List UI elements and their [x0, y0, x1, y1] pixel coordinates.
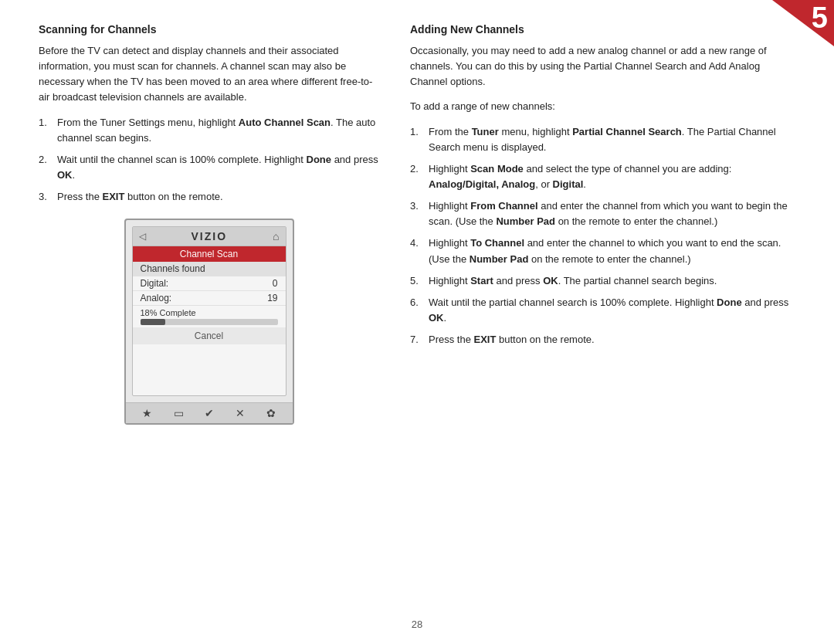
right-step-num-2: 2.: [410, 161, 424, 192]
r1-bold1: Tuner: [472, 126, 499, 137]
right-step-text-1: From the Tuner menu, highlight Partial C…: [429, 124, 795, 155]
tv-footer-rect-icon: ▭: [174, 407, 184, 419]
r6-bold1: Done: [717, 297, 742, 308]
tv-progress-row: 18% Complete: [133, 306, 286, 327]
right-section-title: Adding New Channels: [410, 23, 795, 36]
right-step-num-6: 6.: [410, 295, 424, 326]
tv-digital-label: Digital:: [141, 278, 255, 289]
right-step-text-4: Highlight To Channel and enter the chann…: [429, 236, 795, 266]
right-step-text-5: Highlight Start and press OK. The partia…: [429, 273, 795, 289]
right-step-num-5: 5.: [410, 273, 424, 289]
step-num-1: 1.: [39, 115, 53, 146]
r4-bold2: Number Pad: [470, 253, 529, 265]
tv-footer-gear-icon: ✿: [266, 407, 276, 419]
left-step-2: 2. Wait until the channel scan is 100% c…: [39, 152, 379, 183]
chapter-number: 5: [812, 3, 828, 32]
right-intro-text: Occasionally, you may need to add a new …: [410, 43, 795, 90]
tv-progress-bar-bg: [141, 319, 278, 325]
tv-footer: ★ ▭ ✔ ✕ ✿: [126, 402, 293, 423]
r1-bold2: Partial Channel Search: [572, 126, 682, 137]
step-1-bold: Auto Channel Scan: [239, 117, 331, 128]
right-intro-text2: To add a range of new channels:: [410, 99, 795, 114]
right-step-text-3: Highlight From Channel and enter the cha…: [429, 198, 795, 229]
tv-mockup: ◁ VIZIO ⌂ Channel Scan Channels found: [124, 219, 294, 425]
right-step-text-7: Press the EXIT button on the remote.: [429, 332, 795, 347]
right-step-num-3: 3.: [410, 198, 424, 229]
step-2-bold2: OK: [57, 169, 73, 181]
tv-brand-logo: VIZIO: [191, 230, 227, 242]
r5-bold2: OK: [543, 275, 558, 286]
right-step-3: 3. Highlight From Channel and enter the …: [410, 198, 795, 229]
r3-bold1: From Channel: [470, 200, 537, 212]
tv-menu-bar: Channel Scan: [133, 246, 286, 262]
tv-digital-value: 0: [255, 278, 278, 289]
step-text-2: Wait until the channel scan is 100% comp…: [57, 152, 379, 183]
r3-bold2: Number Pad: [496, 215, 555, 227]
left-section-title: Scanning for Channels: [39, 23, 379, 36]
tv-home-icon: ⌂: [273, 230, 279, 242]
step-3-bold: EXIT: [103, 191, 125, 202]
left-intro-text: Before the TV can detect and display cha…: [39, 43, 379, 106]
tv-screen-empty: [133, 344, 286, 391]
right-steps: 1. From the Tuner menu, highlight Partia…: [410, 124, 795, 348]
left-step-3: 3. Press the EXIT button on the remote.: [39, 189, 379, 205]
tv-progress-bar-fill: [141, 319, 165, 325]
tv-channels-found-row: Channels found: [133, 262, 286, 276]
r2-bold2: Analog/Digital, Analog: [429, 178, 535, 190]
step-num-2: 2.: [39, 152, 53, 183]
right-step-7: 7. Press the EXIT button on the remote.: [410, 332, 795, 347]
r7-bold1: EXIT: [474, 334, 497, 345]
right-step-text-2: Highlight Scan Mode and select the type …: [429, 161, 795, 192]
tv-screen: ◁ VIZIO ⌂ Channel Scan Channels found: [132, 226, 286, 396]
tv-footer-star-icon: ★: [142, 407, 152, 419]
tv-header: ◁ VIZIO ⌂: [133, 227, 286, 246]
tv-cancel-row: Cancel: [133, 327, 286, 344]
left-step-1: 1. From the Tuner Settings menu, highlig…: [39, 115, 379, 146]
r6-bold2: OK: [429, 312, 444, 324]
left-steps: 1. From the Tuner Settings menu, highlig…: [39, 115, 379, 205]
r5-bold1: Start: [470, 275, 493, 286]
step-num-3: 3.: [39, 189, 53, 205]
tv-mockup-container: ◁ VIZIO ⌂ Channel Scan Channels found: [39, 219, 379, 425]
tv-analog-row: Analog: 19: [133, 291, 286, 306]
tv-menu-title: Channel Scan: [139, 249, 280, 259]
right-column: Adding New Channels Occasionally, you ma…: [410, 23, 795, 605]
right-step-6: 6. Wait until the partial channel search…: [410, 295, 795, 326]
tv-analog-value: 19: [255, 293, 278, 303]
r2-bold3: Digital: [553, 178, 584, 190]
main-content: Scanning for Channels Before the TV can …: [39, 23, 795, 605]
tv-channels-found-label: Channels found: [141, 263, 278, 274]
tv-footer-check-icon: ✔: [205, 407, 214, 419]
right-step-2: 2. Highlight Scan Mode and select the ty…: [410, 161, 795, 192]
right-step-num-7: 7.: [410, 332, 424, 347]
left-column: Scanning for Channels Before the TV can …: [39, 23, 379, 605]
r4-bold1: To Channel: [470, 237, 524, 249]
step-text-1: From the Tuner Settings menu, highlight …: [57, 115, 379, 146]
right-step-5: 5. Highlight Start and press OK. The par…: [410, 273, 795, 289]
step-text-3: Press the EXIT button on the remote.: [57, 189, 379, 205]
tv-footer-x-icon: ✕: [236, 407, 245, 419]
tv-progress-label: 18% Complete: [141, 308, 278, 317]
tv-digital-row: Digital: 0: [133, 276, 286, 291]
r2-bold1: Scan Mode: [470, 163, 524, 175]
page-number: 28: [412, 619, 422, 630]
right-step-text-6: Wait until the partial channel search is…: [429, 295, 795, 326]
right-step-num-4: 4.: [410, 236, 424, 266]
right-step-num-1: 1.: [410, 124, 424, 155]
step-2-bold1: Done: [307, 154, 332, 165]
tv-analog-label: Analog:: [141, 293, 255, 303]
tv-back-icon: ◁: [139, 231, 146, 242]
tv-cancel-label: Cancel: [195, 330, 223, 341]
right-step-4: 4. Highlight To Channel and enter the ch…: [410, 236, 795, 266]
right-step-1: 1. From the Tuner menu, highlight Partia…: [410, 124, 795, 155]
